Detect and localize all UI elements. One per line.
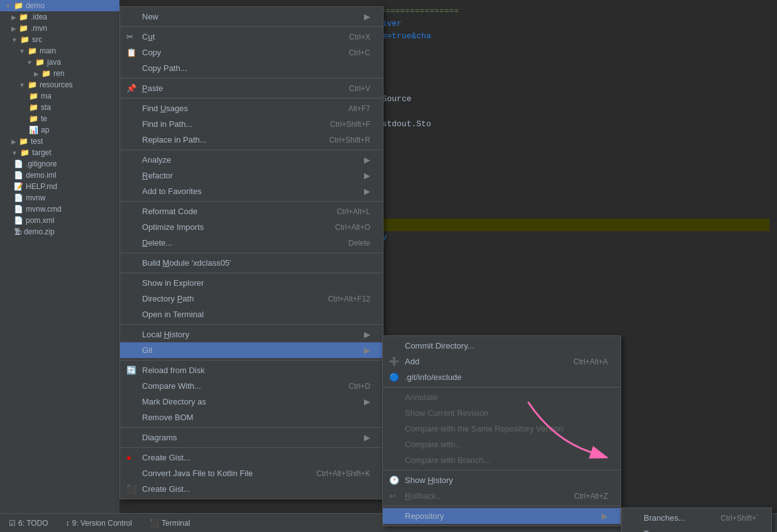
menu-sep-4	[120, 149, 383, 150]
menu-sep-7	[120, 273, 383, 273]
tree-idea[interactable]: ▶ 📁 .idea	[0, 11, 119, 23]
menu-show-explorer[interactable]: Show in Explorer	[120, 275, 383, 291]
menu-delete[interactable]: Delete... Delete	[120, 235, 383, 251]
menu-directory-path[interactable]: Directory Path Ctrl+Alt+F12	[120, 291, 383, 307]
tree-helpmd[interactable]: 📝 HELP.md	[0, 181, 119, 192]
git-rollback[interactable]: ↩ Rollback... Ctrl+Alt+Z	[383, 488, 620, 504]
tree-ap[interactable]: 📊 ap	[0, 124, 119, 136]
tree-pomxml[interactable]: 📄 pom.xml	[0, 215, 119, 226]
git-annotate: Annotate	[383, 389, 620, 405]
tree-ma[interactable]: 📁 ma	[0, 90, 119, 102]
menu-analyze[interactable]: Analyze ▶	[120, 152, 383, 168]
git-repository[interactable]: Repository ▶	[383, 508, 620, 524]
menu-sep-6	[120, 252, 383, 253]
git-submenu: Commit Directory... ➕ Add Ctrl+Alt+A 🔵 .…	[382, 335, 621, 526]
tree-main[interactable]: ▼ 📁 main	[0, 45, 119, 57]
repo-submenu: Branches... Ctrl+Shift+` Tag... Merge Ch…	[621, 508, 772, 532]
menu-local-history[interactable]: Local History ▶	[120, 327, 383, 342]
git-sep-2	[383, 470, 620, 470]
todo-icon: ☑	[9, 519, 16, 528]
git-commit-dir[interactable]: Commit Directory...	[383, 338, 620, 354]
tree-arrow: ▼	[5, 3, 11, 9]
menu-create-gist-1[interactable]: ● Create Gist...	[120, 450, 383, 465]
tree-gitignore[interactable]: 📄 .gitignore	[0, 158, 119, 170]
menu-sep-8	[120, 324, 383, 325]
git-compare-same: Compare with the Same Repository Version	[383, 421, 620, 437]
tree-te[interactable]: 📁 te	[0, 113, 119, 124]
tree-mvnwcmd[interactable]: 📄 mvnw.cmd	[0, 204, 119, 215]
terminal-icon: ⬛	[150, 519, 159, 528]
menu-sep-5	[120, 201, 383, 202]
git-show-current: Show Current Revision	[383, 405, 620, 421]
git-sep-3	[383, 506, 620, 506]
menu-replace-in-path[interactable]: Replace in Path... Ctrl+Shift+R	[120, 132, 383, 148]
menu-create-gist-2[interactable]: ⬛ Create Gist...	[120, 481, 383, 497]
menu-sep-9	[120, 360, 383, 361]
git-exclude[interactable]: 🔵 .git/info/exclude	[383, 369, 620, 385]
menu-find-usages[interactable]: Find Usages Alt+F7	[120, 100, 383, 116]
vc-icon: ↕	[66, 519, 70, 528]
tree-icon: 📁	[14, 1, 23, 10]
menu-new[interactable]: New ▶	[120, 9, 383, 24]
menu-git[interactable]: Git ▶	[120, 342, 383, 358]
menu-mark-directory[interactable]: Mark Directory as ▶	[120, 394, 383, 410]
status-version-control[interactable]: ↕ 9: Version Control	[62, 518, 136, 529]
menu-convert-kotlin[interactable]: Convert Java File to Kotlin File Ctrl+Al…	[120, 465, 383, 481]
tree-label: demo	[26, 1, 45, 10]
tree-java[interactable]: ▼ 📁 java	[0, 57, 119, 68]
menu-add-favorites[interactable]: Add to Favorites ▶	[120, 183, 383, 199]
tree-root[interactable]: ▼ 📁 demo	[0, 0, 119, 11]
menu-copy-path[interactable]: Copy Path...	[120, 60, 383, 76]
menu-sep-2	[120, 78, 383, 79]
tree-test[interactable]: ▶ 📁 test	[0, 136, 119, 147]
menu-sep-10	[120, 427, 383, 428]
menu-compare-with[interactable]: Compare With... Ctrl+D	[120, 378, 383, 394]
tree-src[interactable]: ▼ 📁 src	[0, 34, 119, 45]
menu-optimize-imports[interactable]: Optimize Imports Ctrl+Alt+O	[120, 219, 383, 235]
menu-copy[interactable]: 📋 Copy Ctrl+C	[120, 45, 383, 60]
status-terminal[interactable]: ⬛ Terminal	[146, 518, 194, 529]
todo-label: 6: TODO	[18, 519, 48, 528]
tree-target[interactable]: ▼ 📁 target	[0, 147, 119, 158]
menu-sep-11	[120, 447, 383, 448]
git-add[interactable]: ➕ Add Ctrl+Alt+A	[383, 354, 620, 369]
git-sep-1	[383, 387, 620, 388]
tree-mvn[interactable]: ▶ 📁 .mvn	[0, 23, 119, 34]
status-todo[interactable]: ☑ 6: TODO	[5, 518, 52, 529]
context-menu: New ▶ ✂ Cut Ctrl+X 📋 Copy Ctrl+C Copy Pa…	[119, 6, 383, 499]
menu-diagrams[interactable]: Diagrams ▶	[120, 430, 383, 445]
terminal-label: Terminal	[162, 519, 190, 528]
tree-demoitml[interactable]: 📄 demo.iml	[0, 170, 119, 181]
git-compare-branch: Compare with Branch...	[383, 452, 620, 468]
tree-sta[interactable]: 📁 sta	[0, 102, 119, 113]
menu-refactor[interactable]: Refactor ▶	[120, 168, 383, 183]
file-tree: ▼ 📁 demo ▶ 📁 .idea ▶ 📁 .mvn ▼ 📁 src ▼ 📁 …	[0, 0, 119, 513]
tree-demozip[interactable]: 🗜 demo.zip	[0, 226, 119, 237]
repo-tag[interactable]: Tag...	[622, 526, 771, 532]
repo-branches[interactable]: Branches... Ctrl+Shift+`	[622, 510, 771, 526]
menu-open-terminal[interactable]: Open in Terminal	[120, 307, 383, 322]
menu-sep-1	[120, 26, 383, 27]
menu-reformat[interactable]: Reformat Code Ctrl+Alt+L	[120, 204, 383, 219]
tree-ren[interactable]: ▶ 📁 ren	[0, 68, 119, 79]
menu-reload-disk[interactable]: 🔄 Reload from Disk	[120, 362, 383, 378]
tree-mvnw[interactable]: 📄 mvnw	[0, 192, 119, 204]
menu-find-in-path[interactable]: Find in Path... Ctrl+Shift+F	[120, 116, 383, 132]
git-show-history[interactable]: 🕐 Show History	[383, 472, 620, 488]
vc-label: 9: Version Control	[72, 519, 132, 528]
tree-resources[interactable]: ▼ 📁 resources	[0, 79, 119, 90]
menu-remove-bom[interactable]: Remove BOM	[120, 410, 383, 425]
menu-cut[interactable]: ✂ Cut Ctrl+X	[120, 29, 383, 45]
menu-paste[interactable]: 📌 Paste Ctrl+V	[120, 80, 383, 96]
menu-sep-3	[120, 98, 383, 99]
menu-build-module[interactable]: Build Module 'xdclass05'	[120, 255, 383, 271]
git-compare-with: Compare with...	[383, 437, 620, 452]
